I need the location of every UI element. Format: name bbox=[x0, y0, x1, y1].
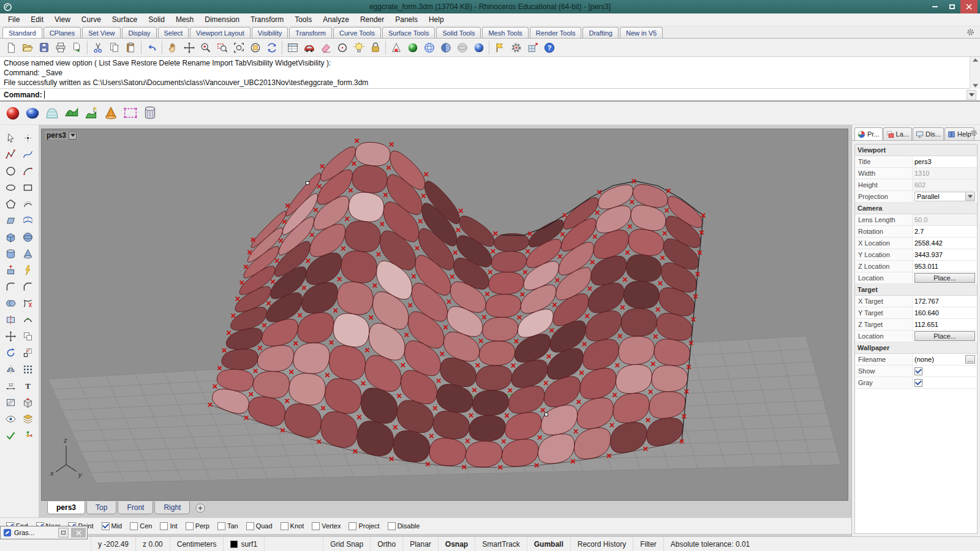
dimension-button[interactable]: 12 bbox=[2, 378, 20, 394]
grasshopper-mini-window[interactable]: Gras... bbox=[0, 526, 88, 539]
status-filter[interactable]: Filter bbox=[633, 537, 663, 551]
block-button[interactable] bbox=[20, 394, 37, 411]
tab-visibility[interactable]: Visibility bbox=[252, 27, 288, 38]
save-file-button[interactable] bbox=[36, 39, 52, 56]
menu-help[interactable]: Help bbox=[423, 14, 450, 25]
status-planar[interactable]: Planar bbox=[402, 537, 438, 551]
projection-select[interactable]: Parallel bbox=[914, 192, 975, 201]
rendered-button[interactable] bbox=[470, 39, 487, 56]
new-file-button[interactable] bbox=[2, 39, 19, 56]
curve-button[interactable] bbox=[20, 146, 37, 163]
check-button[interactable] bbox=[2, 427, 20, 444]
checkbox-disable[interactable] bbox=[388, 522, 396, 530]
checkbox-gray[interactable] bbox=[914, 379, 922, 387]
osnap-disable[interactable]: Disable bbox=[388, 522, 420, 530]
tab-standard[interactable]: Standard bbox=[2, 27, 42, 38]
maximize-button[interactable] bbox=[943, 0, 960, 13]
tab-transform[interactable]: Transform bbox=[289, 27, 332, 38]
osnap-tan[interactable]: Tan bbox=[217, 522, 238, 530]
status-z-0-00[interactable]: z 0.00 bbox=[135, 537, 170, 551]
paraboloid-button[interactable] bbox=[43, 104, 61, 122]
tab-display[interactable]: Display bbox=[122, 27, 156, 38]
chamfer-button[interactable] bbox=[20, 279, 37, 295]
erase-button[interactable] bbox=[317, 39, 334, 56]
menu-curve[interactable]: Curve bbox=[76, 14, 107, 25]
polyline-button[interactable] bbox=[2, 146, 20, 163]
move-button[interactable] bbox=[181, 39, 197, 56]
osnap-knot[interactable]: Knot bbox=[281, 522, 304, 530]
move-tool-button[interactable] bbox=[2, 328, 20, 345]
viewport-tab-pers3[interactable]: pers3 bbox=[47, 501, 85, 514]
layer-tool-button[interactable] bbox=[20, 411, 37, 427]
flag-button[interactable] bbox=[491, 39, 508, 56]
toolbar-options-gear-icon[interactable] bbox=[966, 28, 975, 37]
zoom-window-button[interactable] bbox=[214, 39, 230, 56]
undo-button[interactable] bbox=[143, 39, 160, 56]
tab-drafting[interactable]: Drafting bbox=[582, 27, 619, 38]
loft-button[interactable] bbox=[20, 212, 37, 229]
close-button[interactable] bbox=[960, 0, 978, 13]
osnap-quad[interactable]: Quad bbox=[246, 522, 273, 530]
grasshopper-close-button[interactable] bbox=[71, 528, 86, 538]
box-button[interactable] bbox=[2, 229, 20, 246]
osnap-project[interactable]: Project bbox=[349, 522, 379, 530]
minimize-button[interactable] bbox=[926, 0, 943, 13]
viewport-tab-top[interactable]: Top bbox=[86, 501, 116, 514]
menu-solid[interactable]: Solid bbox=[143, 14, 170, 25]
zoom-extents-button[interactable] bbox=[230, 39, 247, 56]
viewport-canvas[interactable]: zxy bbox=[42, 129, 848, 501]
join-button[interactable] bbox=[20, 312, 37, 328]
command-history-dropdown[interactable] bbox=[967, 90, 976, 100]
shaded-button[interactable] bbox=[437, 39, 454, 56]
ghosted-button[interactable] bbox=[454, 39, 470, 56]
copy-tool-button[interactable] bbox=[20, 328, 37, 345]
explode-button[interactable] bbox=[20, 262, 37, 279]
sphere-blue-button[interactable] bbox=[23, 104, 42, 122]
checkbox-perp[interactable] bbox=[186, 522, 194, 530]
named-views-button[interactable] bbox=[284, 39, 301, 56]
lock-button[interactable] bbox=[367, 39, 383, 56]
status-grid-snap[interactable]: Grid Snap bbox=[323, 537, 370, 551]
osnap-cen[interactable]: Cen bbox=[130, 522, 152, 530]
property-value-field[interactable]: 2.7 bbox=[913, 226, 977, 237]
new-viewport-tab-button[interactable] bbox=[194, 502, 206, 514]
tab-curve-tools[interactable]: Curve Tools bbox=[333, 27, 381, 38]
picture-frame-button[interactable] bbox=[121, 104, 140, 122]
menu-edit[interactable]: Edit bbox=[25, 14, 49, 25]
osnap-mid[interactable]: Mid bbox=[102, 522, 123, 530]
wireframe-button[interactable] bbox=[421, 39, 437, 56]
pan-hand-button[interactable] bbox=[164, 39, 181, 56]
menu-panels[interactable]: Panels bbox=[390, 14, 423, 25]
browse-button[interactable]: ... bbox=[965, 355, 975, 364]
scale-tool-button[interactable] bbox=[20, 345, 37, 361]
checkbox-cen[interactable] bbox=[130, 522, 138, 530]
circle-button[interactable] bbox=[2, 163, 20, 179]
surface-button[interactable] bbox=[2, 212, 20, 229]
cylinder-button[interactable] bbox=[141, 104, 159, 122]
property-value-field[interactable]: 112.651 bbox=[913, 319, 977, 330]
status-y-202-49[interactable]: y -202.49 bbox=[91, 537, 135, 551]
mirror-button[interactable] bbox=[2, 361, 20, 378]
rectangle-button[interactable] bbox=[20, 179, 37, 196]
cylinder-solid-button[interactable] bbox=[2, 246, 20, 262]
visibility-button[interactable] bbox=[2, 411, 20, 427]
panel-tab-dis[interactable]: Dis... bbox=[913, 127, 944, 140]
rotate-tool-button[interactable] bbox=[2, 345, 20, 361]
command-history-scrollbar[interactable] bbox=[970, 57, 980, 89]
tab-viewport-layout[interactable]: Viewport Layout bbox=[190, 27, 251, 38]
status-absolute-tolerance-0-01[interactable]: Absolute tolerance: 0.01 bbox=[663, 537, 756, 551]
place-button[interactable]: Place... bbox=[914, 331, 975, 341]
arc-button[interactable] bbox=[20, 163, 37, 179]
property-value-field[interactable]: 953.011 bbox=[913, 261, 977, 272]
zoom-selected-button[interactable] bbox=[247, 39, 263, 56]
render-preview-button[interactable] bbox=[404, 39, 421, 56]
cone-orange-button[interactable] bbox=[102, 104, 120, 122]
tab-select[interactable]: Select bbox=[158, 27, 189, 38]
array-button[interactable] bbox=[20, 361, 37, 378]
viewport-tab-right[interactable]: Right bbox=[154, 501, 190, 514]
heightfield-flag-button[interactable] bbox=[82, 104, 100, 122]
menu-render[interactable]: Render bbox=[355, 14, 390, 25]
sphere-solid-button[interactable] bbox=[20, 229, 37, 246]
checkbox-show[interactable] bbox=[914, 367, 922, 375]
paste-button[interactable] bbox=[123, 39, 139, 56]
